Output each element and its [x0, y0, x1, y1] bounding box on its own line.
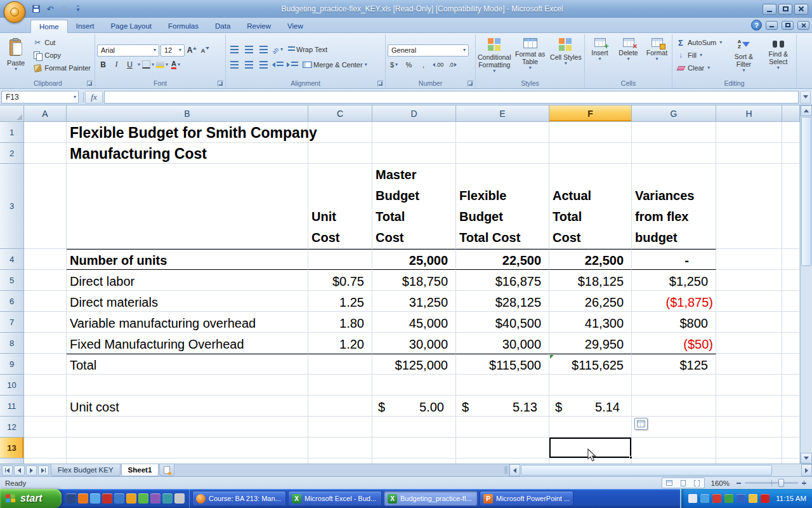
cell-H9[interactable] — [716, 354, 782, 375]
page-layout-view-button[interactable] — [676, 478, 690, 488]
align-center-button[interactable] — [242, 59, 255, 70]
cell-E4[interactable]: 22,500 — [456, 249, 549, 270]
decrease-decimal-button[interactable]: .0 — [446, 59, 459, 70]
ribbon-tab-home[interactable]: Home — [30, 20, 68, 33]
cell-C8[interactable]: 1.20 — [308, 333, 372, 354]
cell-E10[interactable] — [456, 375, 549, 396]
cell-E2[interactable] — [456, 143, 549, 164]
restore-button[interactable] — [778, 4, 792, 15]
tray-icon-2[interactable] — [700, 494, 709, 503]
comma-style-button[interactable]: , — [417, 59, 430, 70]
insert-cells-button[interactable]: Insert ▾ — [587, 36, 613, 79]
cell-A7[interactable] — [24, 312, 67, 333]
cell-F3[interactable]: Actual Total Cost — [549, 164, 632, 249]
cell-A4[interactable] — [24, 249, 67, 270]
font-name-select[interactable]: Arial▾ — [97, 44, 159, 57]
ribbon-tab-page-layout[interactable]: Page Layout — [102, 20, 160, 32]
cell-E9[interactable]: $115,500 — [456, 354, 549, 375]
column-header-F[interactable]: F — [549, 105, 632, 122]
cell-B3[interactable] — [67, 164, 308, 249]
align-right-button[interactable] — [257, 59, 270, 70]
tray-icon-6[interactable] — [749, 494, 757, 503]
cell-B11[interactable]: Unit cost — [67, 396, 308, 417]
cell-F2[interactable] — [549, 143, 632, 164]
cell-E7[interactable]: $40,500 — [456, 312, 549, 333]
font-color-button[interactable]: ▾ — [170, 59, 182, 70]
row-header-6[interactable]: 6 — [0, 291, 24, 312]
cell-B14[interactable] — [67, 458, 308, 464]
cell-H4[interactable] — [716, 249, 782, 270]
zoom-level[interactable]: 160% — [711, 479, 730, 487]
tray-icon-3[interactable] — [712, 494, 721, 503]
ribbon-tab-formulas[interactable]: Formulas — [160, 20, 207, 32]
autosum-button[interactable]: ΣAutoSum▾ — [674, 37, 725, 48]
cell-E12[interactable] — [456, 417, 549, 438]
quick-launch-icon-5[interactable] — [114, 493, 124, 504]
cell-H6[interactable] — [716, 291, 782, 312]
workbook-minimize-button[interactable] — [766, 21, 778, 30]
tray-icon-1[interactable] — [688, 494, 697, 503]
cell-F10[interactable] — [549, 375, 632, 396]
undo-button[interactable]: ↶ — [44, 4, 56, 14]
fill-handle[interactable] — [629, 456, 632, 459]
ribbon-tab-insert[interactable]: Insert — [68, 20, 103, 32]
grow-font-button[interactable] — [186, 44, 198, 56]
underline-button[interactable]: U — [124, 59, 136, 70]
customize-quick-access-button[interactable]: ▾ — [72, 4, 84, 14]
cell-H2[interactable] — [716, 143, 782, 164]
cell-A1[interactable] — [24, 122, 67, 143]
quick-launch-icon-9[interactable] — [162, 493, 173, 504]
column-header-D[interactable]: D — [372, 105, 456, 122]
cell-B10[interactable] — [67, 375, 308, 396]
cell-C5[interactable]: $0.75 — [308, 270, 372, 291]
row-header-14[interactable] — [0, 458, 24, 464]
clear-button[interactable]: Clear▾ — [674, 62, 725, 74]
cell-D1[interactable] — [372, 122, 456, 143]
fill-color-button[interactable]: ▾ — [156, 59, 169, 70]
fill-button[interactable]: ↓Fill▾ — [674, 50, 725, 61]
minimize-button[interactable] — [763, 4, 776, 15]
page-break-view-button[interactable] — [690, 478, 704, 488]
cell-C7[interactable]: 1.80 — [308, 312, 372, 333]
tab-split-handle[interactable] — [504, 466, 508, 474]
cell-A9[interactable] — [24, 354, 67, 375]
cell-F1[interactable] — [549, 122, 632, 143]
close-button[interactable] — [794, 4, 808, 15]
cell-A12[interactable] — [24, 417, 67, 438]
align-middle-button[interactable] — [242, 44, 255, 55]
cell-C1[interactable] — [308, 122, 372, 143]
cell-H14[interactable] — [716, 458, 782, 464]
cell-G2[interactable] — [632, 143, 716, 164]
taskbar-button-2[interactable]: Microsoft Excel - Bud... — [288, 491, 382, 506]
row-header-5[interactable]: 5 — [0, 270, 24, 291]
cut-button[interactable]: ✂Cut — [31, 37, 93, 48]
quick-launch-icon-8[interactable] — [150, 493, 160, 504]
align-bottom-button[interactable] — [257, 44, 270, 55]
cell-C9[interactable] — [308, 354, 372, 375]
scroll-up-button[interactable] — [801, 105, 812, 116]
vertical-scroll-track[interactable] — [801, 267, 812, 453]
borders-button[interactable]: ▾ — [142, 59, 155, 70]
cell-D13[interactable] — [372, 438, 456, 458]
column-header-C[interactable]: C — [308, 105, 372, 122]
merge-center-button[interactable]: Merge & Center▾ — [301, 59, 370, 70]
next-sheet-button[interactable] — [26, 465, 37, 476]
first-sheet-button[interactable] — [2, 465, 13, 476]
cell-A11[interactable] — [24, 396, 67, 417]
cell-D10[interactable] — [372, 375, 456, 396]
copy-button[interactable]: Copy — [31, 50, 93, 61]
quick-launch-icon-10[interactable] — [174, 493, 185, 504]
align-top-button[interactable] — [228, 44, 240, 55]
cell-D11[interactable]: $5.00 — [372, 396, 456, 417]
cell-H11[interactable] — [716, 396, 782, 417]
cell-B13[interactable] — [67, 438, 308, 458]
row-header-1[interactable]: 1 — [0, 122, 24, 143]
cell-G4[interactable]: - — [632, 249, 716, 270]
row-header-10[interactable]: 10 — [0, 375, 24, 396]
zoom-slider[interactable] — [736, 480, 807, 486]
insert-worksheet-button[interactable] — [159, 464, 174, 476]
cell-G9[interactable]: $125 — [632, 354, 716, 375]
formula-input[interactable] — [104, 91, 799, 104]
cell-C3[interactable]: Unit Cost — [308, 164, 372, 249]
tray-icon-7[interactable] — [761, 494, 769, 503]
